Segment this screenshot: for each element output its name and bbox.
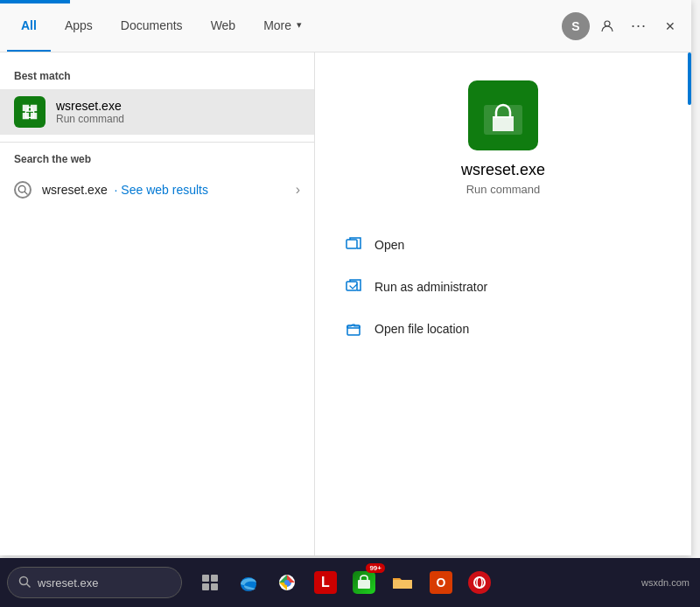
best-match-text: wsreset.exe Run command xyxy=(56,99,124,125)
header-actions: S ··· ✕ xyxy=(562,0,684,52)
separator-1 xyxy=(0,142,314,143)
app-preview: wsreset.exe Run command xyxy=(461,80,545,196)
run-admin-icon xyxy=(343,276,364,297)
left-panel: Best match xyxy=(0,52,315,555)
action-list: Open Run as administrator xyxy=(336,224,670,350)
best-match-label: Best match xyxy=(0,66,314,89)
task-view-button[interactable] xyxy=(192,565,228,600)
svg-point-26 xyxy=(477,577,482,588)
taskbar-search-text: wsreset.exe xyxy=(38,576,98,590)
large-store-icon xyxy=(480,93,526,138)
scrollbar[interactable] xyxy=(684,52,691,555)
right-panel: wsreset.exe Run command Open xyxy=(315,52,691,555)
action-open-location[interactable]: Open file location xyxy=(336,308,670,350)
svg-rect-16 xyxy=(211,575,218,582)
svg-rect-10 xyxy=(346,240,357,248)
app-icon-large xyxy=(468,80,538,150)
person-icon-button[interactable] xyxy=(593,12,621,40)
action-open[interactable]: Open xyxy=(336,224,670,266)
best-match-item[interactable]: wsreset.exe Run command xyxy=(0,89,314,135)
svg-rect-18 xyxy=(211,583,218,590)
best-match-subtitle: Run command xyxy=(56,113,124,125)
content-area: Best match xyxy=(0,52,691,555)
svg-rect-24 xyxy=(393,580,412,589)
open-label: Open xyxy=(374,238,404,252)
store-icon xyxy=(20,102,39,122)
chrome-icon-taskbar[interactable] xyxy=(270,565,304,600)
web-search-text: wsreset.exe · See web results xyxy=(42,183,285,197)
svg-rect-15 xyxy=(202,575,209,582)
tab-all[interactable]: All xyxy=(7,0,51,52)
svg-rect-12 xyxy=(347,325,360,335)
more-options-button[interactable]: ··· xyxy=(625,12,653,40)
action-run-admin[interactable]: Run as administrator xyxy=(336,266,670,308)
svg-line-14 xyxy=(27,583,31,587)
svg-line-7 xyxy=(24,192,27,194)
close-button[interactable]: ✕ xyxy=(656,12,684,40)
edge-icon-taskbar[interactable] xyxy=(231,565,266,600)
scrollbar-thumb xyxy=(688,52,691,105)
store-icon-bg xyxy=(14,96,46,128)
web-search-item[interactable]: wsreset.exe · See web results › xyxy=(0,172,314,207)
tab-web[interactable]: Web xyxy=(197,0,250,52)
open-location-label: Open file location xyxy=(374,322,469,336)
office-icon-taskbar[interactable]: O xyxy=(424,565,458,600)
store-icon-taskbar[interactable]: 99+ xyxy=(346,565,382,600)
app-icon-small xyxy=(14,96,46,128)
svg-point-22 xyxy=(284,580,290,585)
svg-rect-23 xyxy=(358,580,370,589)
app-name-large: wsreset.exe xyxy=(461,161,545,179)
run-admin-label: Run as administrator xyxy=(374,280,487,294)
tab-documents[interactable]: Documents xyxy=(107,0,197,52)
open-icon xyxy=(343,234,364,255)
tab-bar: All Apps Documents Web More ▾ S xyxy=(0,0,691,52)
taskbar-icon-group: L 99+ O xyxy=(192,565,497,600)
chevron-down-icon: ▾ xyxy=(297,19,302,31)
lens-icon-taskbar[interactable]: L xyxy=(308,565,343,600)
taskbar-right: wsxdn.com xyxy=(641,577,700,588)
taskbar: wsreset.exe xyxy=(0,558,700,607)
svg-point-0 xyxy=(605,21,610,26)
svg-rect-17 xyxy=(202,583,209,590)
open-location-icon xyxy=(343,318,364,339)
svg-point-25 xyxy=(474,577,485,588)
tab-apps[interactable]: Apps xyxy=(51,0,107,52)
chevron-right-icon: › xyxy=(296,182,300,198)
opera-icon-taskbar[interactable] xyxy=(462,565,497,600)
taskbar-search-box[interactable]: wsreset.exe xyxy=(7,567,182,598)
search-window: All Apps Documents Web More ▾ S xyxy=(0,0,691,555)
site-label: wsxdn.com xyxy=(641,577,690,588)
top-edge-bar xyxy=(0,0,70,3)
app-type-large: Run command xyxy=(466,183,541,196)
best-match-title: wsreset.exe xyxy=(56,99,124,113)
search-circle-icon xyxy=(14,181,32,199)
tab-more[interactable]: More ▾ xyxy=(249,0,316,52)
web-search-label: Search the web xyxy=(0,150,314,172)
avatar-button[interactable]: S xyxy=(562,12,590,40)
taskbar-search-icon xyxy=(18,576,31,590)
folder-icon-taskbar[interactable] xyxy=(385,565,420,600)
